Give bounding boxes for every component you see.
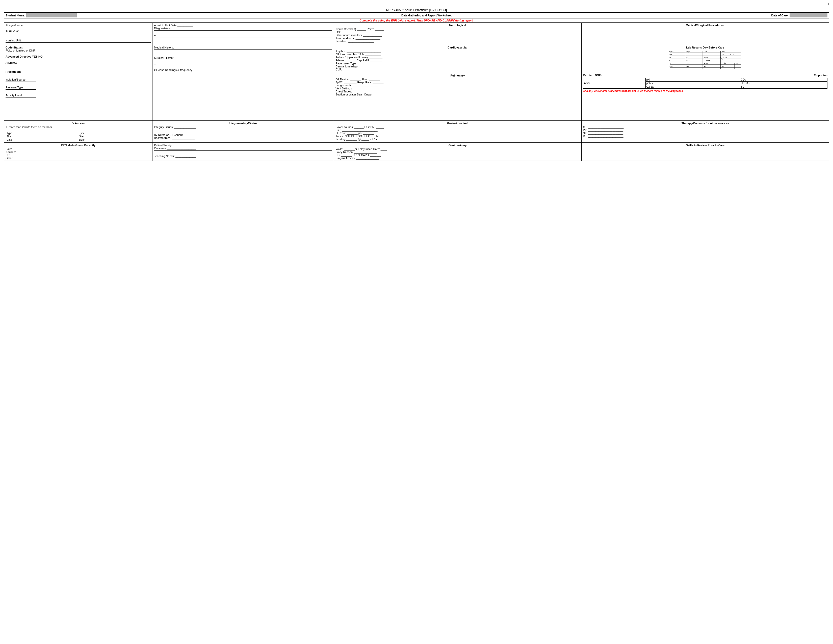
svg-text:Bil: Bil — [736, 62, 738, 64]
iv-site-label2: Site — [78, 135, 151, 138]
add-labs-text: Add any labs and/or procedures that are … — [583, 90, 827, 92]
foley-reason: Foley Reason: _______________ — [336, 151, 580, 153]
date-of-care-field[interactable] — [790, 13, 827, 18]
row4-col4: Skills to Review Prior to Care — [582, 143, 829, 161]
isolation-label: Isolation/Source: — [6, 78, 151, 81]
row3-col2: Integumentary/Drains Integrity Issues: _… — [153, 121, 334, 142]
precautions-field[interactable] — [6, 74, 151, 74]
concerns-label: Concerns:___________________ — [154, 147, 332, 150]
lab-header: Lab Results Day Before Care — [583, 46, 827, 49]
iv-access-subtext: IF more than 2 write them on the back. — [6, 126, 151, 129]
svg-text:Hct: Hct — [669, 53, 672, 56]
surgical-history-field-1[interactable] — [154, 60, 332, 60]
student-name-field[interactable] — [26, 13, 77, 18]
instruction-row: Complete the using the EHR before report… — [4, 18, 829, 23]
svg-text:AP: AP — [722, 65, 724, 68]
concerns-field[interactable] — [154, 150, 332, 151]
prn-meds-header: PRN Meds Given Recently — [6, 144, 151, 147]
fl-restr: Fl Restr: _______ per _______ — [336, 132, 580, 135]
iv-type-label2: Type — [78, 132, 151, 135]
svg-text:Cl: Cl — [686, 56, 688, 59]
integumentary-header: Integumentary/Drains — [154, 122, 332, 125]
row1-col1: Pt age/Gender: Pt Ht. & Wt: Nursing Unit… — [4, 23, 153, 45]
allergies-field-1[interactable] — [6, 64, 151, 65]
neuro-checks: Neuro Checks Q ______ Pain? ______ — [336, 27, 580, 31]
svg-text:LDH: LDH — [722, 62, 726, 64]
pacemaker: Pacemaker/Type _______________ — [336, 62, 580, 65]
diagnosis-field-1[interactable] — [154, 30, 332, 31]
iv-date-label1: Date — [6, 138, 78, 142]
svg-text:ALT: ALT — [704, 65, 708, 68]
row1-col4: Medical/Surgical Procedures: — [582, 23, 829, 45]
iv-access-table: Type Type Site Site Date Date — [6, 132, 151, 142]
nursing-unit-field[interactable] — [6, 42, 151, 43]
nursing-unit-label: Nursing Unit: — [6, 39, 151, 42]
activity-label: Activity Level: — [6, 94, 151, 97]
rhythm: Rhythm: ______________________ — [336, 50, 580, 53]
code-status-val: FULL or Limited or DNR — [6, 49, 151, 52]
med-history-field-3[interactable] — [154, 52, 332, 52]
svg-text:TP: TP — [686, 62, 689, 64]
activity-field[interactable] — [6, 97, 36, 98]
row-1: Pt age/Gender: Pt Ht. & Wt: Nursing Unit… — [4, 23, 829, 45]
iv-date-label2: Date — [78, 138, 151, 142]
edema: Edema _______ Cap Refill ________ — [336, 59, 580, 62]
surgical-history-field-2[interactable] — [154, 61, 332, 61]
glucose-field-2[interactable] — [154, 77, 332, 77]
allergies-label: Allergies: — [6, 61, 151, 64]
therapy-header: Therapy/Consults for other services — [583, 122, 827, 125]
lung-sounds: Lung sounds: ________________ — [336, 84, 580, 87]
ot: OT: _______________________ — [583, 126, 827, 129]
abg-label: ABG — [583, 78, 645, 89]
cardiac-bnp: Cardiac: BNP - — [583, 74, 603, 77]
abg-co2: CO₂ - — [740, 78, 827, 82]
abg-be: BE - — [740, 85, 827, 89]
row4-col2: Patient/Family Concerns:________________… — [153, 143, 334, 161]
svg-text:PT: PT — [722, 53, 724, 56]
bowel-sounds: Bowel sounds: ______ Last BM: _____ — [336, 126, 580, 129]
iv-access-header: IV Access — [6, 122, 151, 125]
code-status-label: Code Status: — [6, 46, 151, 49]
restraint-field[interactable] — [6, 89, 36, 90]
patient-family-label: Patient/Family — [154, 144, 332, 147]
svg-text:Ca: Ca — [669, 62, 671, 64]
dialysis: Dialysis Access: _______________ — [336, 156, 580, 159]
row3-col4: Therapy/Consults for other services OT: … — [582, 121, 829, 142]
temp-route: Temp and route:________________ — [336, 37, 580, 40]
gi-header: Gastrointestinal — [336, 122, 580, 125]
svg-text:CO₂: CO₂ — [686, 60, 690, 62]
svg-text:Hgb: Hgb — [686, 50, 690, 53]
spo2: SpO2: ________ Resp. Rate: _______ — [336, 81, 580, 84]
date-of-care-label: Date of Care: — [772, 14, 789, 17]
chest-tubes: Chest Tubes: _________________ — [336, 90, 580, 93]
svg-text:INR: INR — [722, 50, 725, 53]
iv-type-label1: Type — [6, 132, 78, 135]
pt: PT: _______________________ — [583, 129, 827, 132]
abg-ph: pH - — [645, 78, 740, 82]
cardiac-row: Cardiac: BNP - Troponin - — [583, 74, 827, 77]
gu-header: Genitourinary — [336, 144, 580, 147]
precautions-label: Precautions: — [6, 70, 151, 73]
integrity-field[interactable] — [154, 129, 332, 129]
loc-label: LOC — [336, 31, 580, 34]
abg-table: ABG pH - CO₂ - pO2 - HCO3 - O2 Sat - BE … — [583, 78, 827, 89]
o2-device: O2 Device: _______ Flow: _______ — [336, 78, 580, 81]
rt: RT: _______________________ — [583, 135, 827, 138]
pulmonary-header: Pulmonary — [336, 74, 580, 77]
diagnosis-field-2[interactable] — [154, 37, 332, 37]
row2-col3: Cardiovascular Rhythm: _________________… — [334, 45, 581, 121]
student-label: Student Name: — [6, 14, 25, 17]
feeding: Feeding _______ @ _____ mL/hr — [336, 138, 580, 141]
neuro-header: Neurological — [336, 24, 580, 27]
svg-text:AST: AST — [704, 62, 708, 64]
central-line: Central Line (dsg): ______________ — [336, 65, 580, 68]
svg-text:PO₄: PO₄ — [669, 65, 672, 68]
other-neuro: Other neuro monitors: ____________ — [336, 34, 580, 37]
med-history: Medical History: _______________ — [154, 46, 332, 49]
row2-col1: Code Status: FULL or Limited or DNR Adva… — [4, 45, 153, 121]
med-history-field-2[interactable] — [154, 51, 332, 51]
data-gathering-label: Data Gathering and Report Worksheet — [82, 14, 772, 17]
row-3: IV Access IF more than 2 write them on t… — [4, 121, 829, 143]
svg-text:PTT: PTT — [730, 53, 734, 56]
iv-site-label1: Site — [6, 135, 78, 138]
